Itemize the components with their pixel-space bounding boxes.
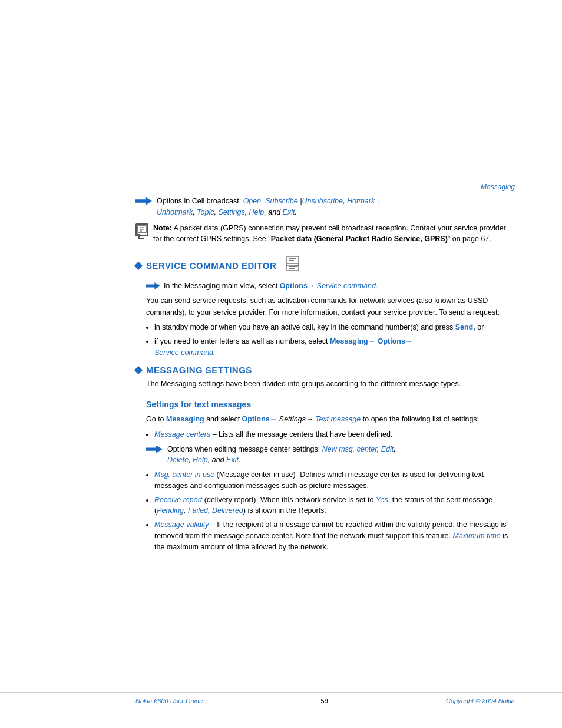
text-messages-title: Settings for text messages — [146, 400, 251, 409]
intro-text: In the Messaging main view, select Optio… — [164, 281, 378, 292]
options-arrow-icon — [146, 446, 163, 453]
intro-service-link[interactable]: Service command. — [317, 282, 378, 290]
cb-unsubscribe-link[interactable]: Unsubscribe — [302, 197, 343, 205]
svg-rect-10 — [289, 260, 294, 261]
note-body: A packet data (GPRS) connection may prev… — [153, 224, 506, 243]
new-msg-center-link[interactable]: New msg. center — [322, 445, 377, 453]
cb-hotmark-link[interactable]: Hotmark — [347, 197, 375, 205]
message-centers-link[interactable]: Message centers — [154, 430, 210, 439]
messaging-settings-para: The Messaging settings have been divided… — [146, 378, 515, 390]
cell-broadcast-text: Options in Cell broadcast: Open, Subscri… — [157, 196, 379, 218]
messaging-goto-bold: Messaging — [166, 415, 204, 423]
text-messages-intro: Go to Messaging and select Options→ Sett… — [146, 414, 515, 425]
exit-link2[interactable]: Exit — [226, 456, 239, 464]
failed-link[interactable]: Failed — [188, 506, 208, 515]
arrow-icon — [135, 197, 152, 205]
help-link2[interactable]: Help — [193, 456, 208, 464]
intro-options-bold: Options→ — [280, 282, 315, 290]
footer: Nokia 6600 User Guide 59 Copyright © 200… — [0, 692, 562, 704]
svg-rect-7 — [289, 268, 295, 269]
cb-settings-link[interactable]: Settings — [218, 208, 244, 216]
message-validity-link[interactable]: Message validity — [154, 521, 209, 529]
pending-link[interactable]: Pending — [157, 506, 184, 515]
message-validity-item: Message validity – If the recipient of a… — [154, 519, 515, 552]
messaging-settings-bullet — [134, 366, 143, 374]
msg-center-in-use-link[interactable]: Msg. center in use — [154, 470, 214, 479]
cb-exit-link[interactable]: Exit — [283, 208, 295, 216]
list-item-standby: in standby mode or when you have an acti… — [154, 322, 515, 333]
cell-broadcast-block: Options in Cell broadcast: Open, Subscri… — [135, 196, 515, 218]
messaging-settings-body: The Messaging settings have been divided… — [146, 378, 515, 552]
text-messages-more-list: Msg. center in use (Message center in us… — [154, 469, 515, 552]
delete-link[interactable]: Delete — [167, 456, 189, 464]
service-command-section-heading: SERVICE COMMAND EDITOR — [135, 254, 515, 277]
section-bullet-diamond — [134, 261, 143, 269]
svg-point-8 — [297, 265, 299, 267]
send-bold: Send, — [455, 323, 475, 331]
service-command-intro: In the Messaging main view, select Optio… — [146, 281, 515, 292]
service-command-link2[interactable]: Service command. — [154, 348, 216, 357]
content-area: Messaging Options in Cell broadcast: Ope… — [0, 177, 562, 583]
text-message-link[interactable]: Text message — [315, 415, 361, 423]
messaging-settings-title: MESSAGING SETTINGS — [146, 365, 252, 375]
header-label-text: Messaging — [481, 183, 515, 191]
messaging-bold2: Messaging→ — [330, 337, 375, 345]
delivered-link[interactable]: Delivered — [212, 506, 243, 515]
note-text: Note: A packet data (GPRS) connection ma… — [153, 223, 515, 245]
messaging-settings-section-heading: MESSAGING SETTINGS — [135, 365, 515, 375]
service-command-list: in standby mode or when you have an acti… — [154, 322, 515, 358]
intro-arrow-icon — [146, 282, 160, 289]
yes-link[interactable]: Yes — [376, 496, 388, 504]
svg-rect-6 — [289, 266, 297, 267]
footer-center: 59 — [321, 697, 328, 704]
cb-open-link[interactable]: Open — [243, 197, 262, 205]
footer-left: Nokia 6600 User Guide — [135, 697, 203, 704]
receive-report-link[interactable]: Receive report — [154, 496, 202, 504]
svg-rect-4 — [287, 256, 299, 266]
receive-report-item: Receive report (delivery report)- When t… — [154, 495, 515, 517]
note-label: Note: — [153, 224, 172, 232]
options-msg-center-text: Options when editing message center sett… — [167, 444, 396, 466]
note-bold-ref: Packet data (General Packet Radio Servic… — [271, 235, 448, 243]
edit-link[interactable]: Edit — [381, 445, 394, 453]
service-command-icon — [282, 254, 303, 277]
svg-rect-9 — [289, 258, 296, 259]
cb-topic-link[interactable]: Topic — [197, 208, 214, 216]
service-command-para1: You can send service requests, such as a… — [146, 295, 515, 318]
options-bold2: Options→ — [378, 337, 413, 345]
cb-unhotmark-link[interactable]: Unhotmark — [157, 208, 193, 216]
service-command-body: In the Messaging main view, select Optio… — [146, 281, 515, 358]
message-centers-item: Message centers – Lists all the message … — [154, 429, 515, 440]
cb-subscribe-link[interactable]: Subscribe — [265, 197, 298, 205]
msg-center-in-use-item: Msg. center in use (Message center in us… — [154, 469, 515, 492]
note-block: Note: A packet data (GPRS) connection ma… — [135, 223, 515, 245]
text-messages-subsection-heading: Settings for text messages — [146, 398, 515, 411]
cb-help-link[interactable]: Help — [249, 208, 265, 216]
list-item-letters: if you need to enter letters as well as … — [154, 336, 515, 358]
service-command-title: SERVICE COMMAND EDITOR — [146, 261, 276, 271]
page: Messaging Options in Cell broadcast: Ope… — [0, 0, 562, 728]
max-time-link[interactable]: Maximum time — [453, 532, 501, 540]
options-goto-bold: Options→ — [242, 415, 277, 423]
cb-prefix: Options in Cell broadcast: — [157, 197, 241, 205]
note-icon — [135, 223, 148, 236]
text-messages-list: Message centers – Lists all the message … — [154, 429, 515, 440]
footer-right: Copyright © 2004 Nokia — [446, 697, 515, 704]
top-area — [0, 0, 562, 177]
options-msg-center-block: Options when editing message center sett… — [146, 444, 515, 466]
messaging-label: Messaging — [135, 183, 515, 191]
